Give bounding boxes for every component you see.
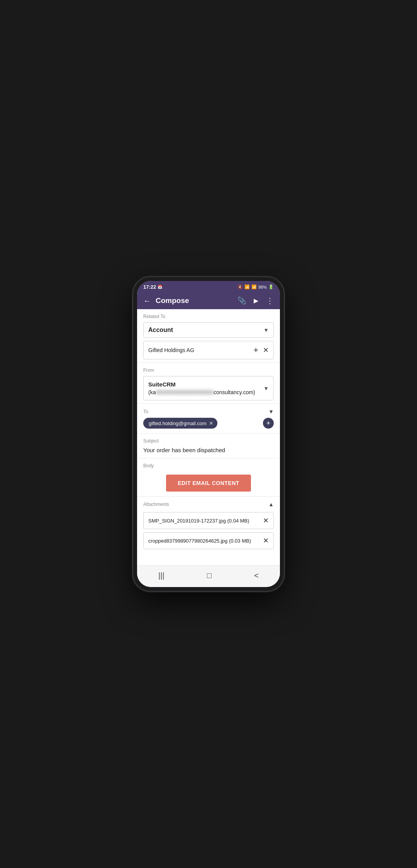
from-email-suffix: consultancy.com) — [214, 389, 255, 395]
attachment-name-1: SMP_SIGN_20191019-172237.jpg (0.04 MB) — [148, 518, 249, 524]
account-name-text: Gifted Holdings AG — [148, 347, 194, 353]
attachment-item-1: SMP_SIGN_20191019-172237.jpg (0.04 MB) ✕ — [143, 512, 274, 529]
attachment-name-2: cropped8379989077980264625.jpg (0.03 MB) — [148, 538, 251, 544]
recipient-tag: gifted.holding@gmail.com ✕ — [143, 418, 217, 429]
top-bar: ← Compose 📎 ► ⋮ — [137, 292, 280, 309]
status-time: 17:22 📅 — [143, 284, 162, 290]
body-section: Body EDIT EMAIL CONTENT — [137, 458, 280, 497]
mute-icon: 🔇 — [237, 284, 243, 289]
account-dropdown[interactable]: Account ▼ — [143, 322, 274, 338]
subject-value[interactable]: Your order has been dispatched — [143, 447, 274, 453]
account-dropdown-value: Account — [148, 327, 173, 334]
from-dropdown[interactable]: SuiteCRM (kaXXXXXXXXXXXXXXXXconsultancy.… — [143, 376, 274, 400]
subject-label: Subject — [143, 438, 274, 444]
add-account-icon[interactable]: + — [253, 345, 258, 355]
add-recipient-button[interactable]: + — [263, 418, 274, 429]
recipient-email: gifted.holding@gmail.com — [149, 420, 207, 426]
attachment-item-2: cropped8379989077980264625.jpg (0.03 MB)… — [143, 532, 274, 549]
attach-icon[interactable]: 📎 — [237, 296, 246, 305]
back-nav-button[interactable]: < — [246, 570, 266, 582]
remove-account-icon[interactable]: ✕ — [263, 346, 269, 354]
from-name: SuiteCRM — [148, 381, 176, 388]
body-label: Body — [143, 463, 274, 468]
page-title: Compose — [156, 296, 189, 305]
signal-icon: 📶 — [251, 284, 257, 289]
home-button[interactable]: □ — [199, 570, 219, 582]
battery-icon: 🔋 — [268, 284, 274, 289]
recents-button[interactable]: ||| — [151, 570, 172, 582]
from-email-blurred: XXXXXXXXXXXXXXXX — [156, 389, 213, 397]
account-name-field[interactable]: Gifted Holdings AG + ✕ — [143, 341, 274, 359]
remove-recipient-icon[interactable]: ✕ — [209, 420, 214, 426]
from-section: From SuiteCRM (kaXXXXXXXXXXXXXXXXconsult… — [137, 363, 280, 404]
phone-screen: 17:22 📅 🔇 📶 📶 98% 🔋 ← Compose 📎 ► ⋮ — [137, 281, 280, 587]
phone-frame: 17:22 📅 🔇 📶 📶 98% 🔋 ← Compose 📎 ► ⋮ — [133, 277, 284, 591]
remove-attachment-1-icon[interactable]: ✕ — [263, 516, 269, 525]
from-email-prefix: ka — [150, 389, 156, 395]
edit-email-button[interactable]: EDIT EMAIL CONTENT — [166, 475, 251, 492]
more-options-icon[interactable]: ⋮ — [266, 296, 274, 305]
from-label: From — [143, 368, 274, 373]
bottom-nav: ||| □ < — [137, 565, 280, 587]
wifi-icon: 📶 — [244, 284, 250, 289]
to-section: To ▼ gifted.holding@gmail.com ✕ + — [137, 404, 280, 434]
status-bar: 17:22 📅 🔇 📶 📶 98% 🔋 — [137, 281, 280, 292]
from-select-text: SuiteCRM (kaXXXXXXXXXXXXXXXXconsultancy.… — [148, 380, 255, 396]
related-to-section: Related To Account ▼ Gifted Holdings AG … — [137, 309, 280, 363]
back-button[interactable]: ← — [143, 296, 151, 305]
attachments-label: Attachments — [143, 502, 169, 507]
related-to-label: Related To — [143, 314, 274, 319]
remove-attachment-2-icon[interactable]: ✕ — [263, 536, 269, 545]
to-label: To — [143, 409, 148, 414]
send-button[interactable]: ► — [252, 296, 260, 305]
chevron-down-icon: ▼ — [263, 327, 269, 333]
to-expand-icon[interactable]: ▼ — [268, 408, 274, 415]
content-area: Related To Account ▼ Gifted Holdings AG … — [137, 309, 280, 565]
status-icons: 🔇 📶 📶 98% 🔋 — [237, 284, 274, 289]
chevron-down-icon: ▼ — [263, 385, 269, 391]
subject-section: Subject Your order has been dispatched — [137, 434, 280, 458]
attachments-collapse-icon[interactable]: ▲ — [268, 501, 274, 507]
attachments-section: Attachments ▲ SMP_SIGN_20191019-172237.j… — [137, 497, 280, 557]
battery-text: 98% — [258, 285, 267, 289]
